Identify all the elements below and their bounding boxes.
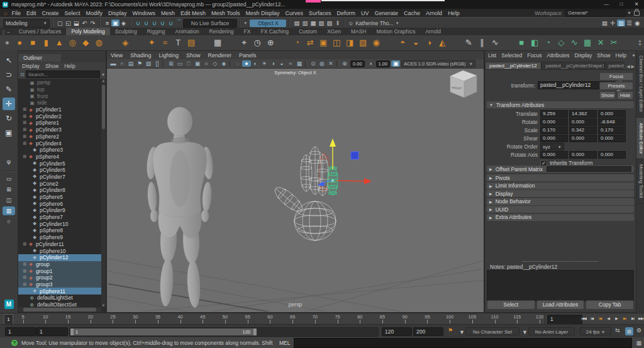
divider[interactable] (52, 20, 53, 27)
scroll-up-icon[interactable]: ▲ (101, 79, 106, 82)
character-set-dropdown[interactable]: No Character Set (465, 327, 519, 335)
outliner-item[interactable]: ❖pSphere8 (18, 227, 101, 234)
playback-button[interactable]: |◀◀ (580, 314, 587, 323)
snap-icon[interactable]: ∪ (142, 20, 150, 26)
transform-attributes-section[interactable]: ▼ Transform Attributes (487, 101, 634, 108)
shelf-tool-icon[interactable] (106, 36, 119, 49)
sidebar-vertical-tab[interactable]: Channel Box / Layer Editor (636, 50, 644, 118)
animation-preferences-icon[interactable]: ⚙︎ (636, 327, 641, 334)
attribute-editor-tab[interactable]: pasted__polyCylinder1 (604, 62, 625, 69)
status-icon[interactable]: ↷ (89, 20, 97, 26)
attribute-value-field[interactable]: 0.000 (569, 151, 597, 159)
mel-toggle[interactable]: MEL (279, 340, 290, 346)
outliner-item[interactable]: ⊞◈pSphere2 (18, 133, 101, 140)
tab-scroll-left-icon[interactable]: ◀ (626, 64, 630, 69)
collapsed-section[interactable]: ▶Limit Information (487, 182, 634, 189)
shelf-tool-icon[interactable]: ✕ (594, 36, 608, 49)
shelf-tool-icon[interactable]: ∿ (489, 36, 502, 49)
notes-resize-grip[interactable] (523, 261, 598, 262)
menu-item[interactable]: Mesh Tools (211, 10, 240, 16)
attribute-value-field[interactable]: 0.000 (598, 151, 626, 159)
outliner-item[interactable]: ❖pCylinder9 (18, 207, 101, 214)
shelf-tab[interactable]: FX Caching (255, 28, 293, 35)
render-icon[interactable]: ▥ (301, 20, 309, 26)
outliner-item[interactable]: ❖pSphere5 (18, 194, 101, 201)
menu-item[interactable]: Modify (86, 10, 103, 16)
shelf-tool-icon[interactable]: ▧ (357, 36, 370, 49)
outliner-item[interactable]: ❖pCylinder10 (18, 220, 101, 227)
maximize-button[interactable]: □ (614, 0, 629, 9)
expand-icon[interactable]: ⊞ (22, 242, 28, 247)
viewport-toolbar-icon[interactable] (305, 60, 308, 67)
attribute-value-field[interactable]: 0.170 (540, 126, 568, 134)
gamma-icon[interactable]: ◑ (366, 60, 375, 67)
snap-icon[interactable]: ∪ (167, 20, 175, 26)
shelf-tool-icon[interactable]: ✦ (145, 36, 158, 49)
menu-item[interactable]: UV (361, 10, 369, 16)
viewport-toolbar-icon[interactable]: ◇ (211, 60, 219, 67)
shelf-tool-icon[interactable] (225, 36, 238, 49)
range-end-handle[interactable] (253, 328, 257, 335)
shelf-tool-icon[interactable] (198, 36, 211, 49)
divider[interactable] (130, 20, 131, 27)
viewport-toolbar-icon[interactable]: ◒ (277, 60, 286, 67)
outliner-item[interactable]: ⊞◈pCylinder3 (18, 126, 101, 133)
shelf-tool-icon[interactable]: ◓ (396, 36, 409, 49)
viewport-toolbar-icon[interactable]: ≈ (286, 60, 295, 67)
expand-icon[interactable]: ⊞ (22, 262, 28, 267)
collapsed-section[interactable]: ▶Pivots (487, 174, 634, 181)
outliner-item[interactable]: ⊞◈group3 (18, 281, 101, 288)
collapsed-section[interactable]: ▶Node Behavior (487, 198, 634, 205)
menu-item[interactable]: File (11, 10, 21, 16)
attribute-editor-menu-item[interactable]: Selected (501, 52, 522, 59)
shelf-tool-icon[interactable]: ◇ (555, 36, 568, 49)
expand-icon[interactable]: ⊞ (22, 141, 28, 146)
shelf-tool-icon[interactable] (132, 36, 145, 49)
colorspace-dropdown[interactable]: ACES 1.0 SDR-video (sRGB) ▼ (401, 60, 475, 67)
shelf-tool-icon[interactable]: ◧ (528, 36, 541, 49)
lock-icon[interactable] (634, 11, 640, 16)
chevron-down-icon[interactable]: ▼ (101, 72, 105, 77)
playback-button[interactable]: ◀ (604, 314, 612, 323)
shelf-tool-icon[interactable]: ◑ (423, 36, 436, 49)
viewport-toolbar-icon[interactable]: ▬ (109, 60, 118, 67)
shelf-tab[interactable]: Poly Modeling (66, 28, 109, 35)
attribute-editor-menu-item[interactable]: Help (616, 52, 626, 59)
tool-icon[interactable]: ↻ (3, 112, 15, 125)
sidebar-toggle-icon[interactable]: ◉ (633, 20, 641, 26)
hand-object[interactable] (272, 147, 336, 240)
shelf-tool-icon[interactable]: ▦ (211, 36, 225, 49)
menu-item[interactable]: Arnold (426, 10, 442, 16)
tool-icon[interactable]: ✎ (3, 83, 15, 96)
menu-set-dropdown[interactable]: Modeling ▼ (3, 19, 50, 28)
viewport-toolbar-icon[interactable]: ◐ (251, 60, 260, 67)
3d-scene[interactable]: FRONT (108, 67, 483, 312)
outliner-filter-icon[interactable]: ⊡ (20, 72, 25, 77)
manipulator-center-handle[interactable] (332, 180, 334, 182)
loop-playback-icon[interactable]: ⇆ (615, 327, 620, 334)
outliner-item[interactable]: ⊞◈pCylinder4 (18, 140, 101, 147)
outliner-tree[interactable]: ▣persp▣top▣front▣side⊞◈pCylinder1⊞◈pCyli… (18, 79, 106, 312)
chevron-down-icon[interactable]: ▼ (459, 329, 465, 335)
menu-item[interactable]: Surfaces (309, 10, 331, 16)
snap-icon[interactable]: ∪ (150, 20, 158, 26)
manipulator-x-handle[interactable] (364, 178, 372, 184)
snap-icon[interactable]: ∪ (134, 20, 142, 26)
shelf-tool-icon[interactable]: ◷ (251, 36, 264, 49)
live-surface-field[interactable]: No Live Surface (183, 19, 237, 28)
shelf-tool-icon[interactable]: ▣ (317, 36, 330, 49)
outliner-item[interactable]: ▣top (18, 86, 101, 93)
status-icon[interactable]: ▢ (56, 20, 64, 26)
playback-start-field[interactable]: 1 (36, 327, 68, 336)
viewport-toolbar-icon[interactable]: ⊕ (340, 60, 349, 67)
shelf-tab[interactable]: XGen (322, 28, 346, 35)
outliner-item[interactable]: ❖pSphere6 (18, 200, 101, 207)
playback-button[interactable]: ▶| (629, 314, 636, 323)
manipulator-plane-handle[interactable] (351, 152, 358, 159)
shelf-tool-icon[interactable]: ● (13, 36, 26, 49)
shelf-tab[interactable]: Animation (170, 28, 204, 35)
tool-icon[interactable]: ▣ (3, 126, 15, 139)
shelf-tool-icon[interactable]: ∿ (568, 36, 581, 49)
layout-button[interactable]: ○ (3, 217, 15, 226)
attribute-value-field[interactable]: 0.000 (540, 151, 568, 159)
